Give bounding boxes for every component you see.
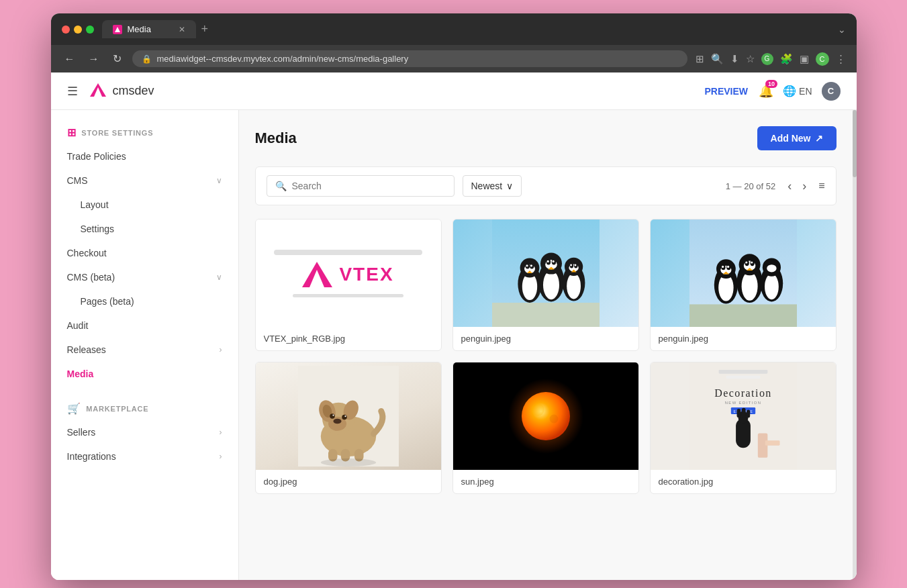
svg-rect-90 [747,410,750,418]
thumb-bar-2 [293,294,404,297]
window-controls: ⌄ [838,24,846,35]
sidebar-item-settings[interactable]: Settings [51,217,238,241]
marketplace-icon: 🛒 [67,402,81,415]
search-input[interactable] [292,181,446,191]
media-filename: dog.jpeg [264,477,433,487]
url-text: mediawidget--cmsdev.myvtex.com/admin/new… [157,54,409,64]
chevron-right-icon: › [220,428,222,437]
notification-icon[interactable]: 🔔 10 [759,84,773,99]
sidebar-item-pages-beta[interactable]: Pages (beta) [51,289,238,313]
close-button[interactable] [62,26,70,34]
media-filename: VTEX_pink_RGB.jpg [264,334,433,344]
hamburger-menu-icon[interactable]: ☰ [67,84,78,99]
add-new-button[interactable]: Add New ↗ [757,126,837,150]
svg-point-30 [570,264,572,266]
svg-rect-88 [736,409,741,418]
sort-dropdown[interactable]: Newest ∨ [463,175,522,197]
scroll-thumb[interactable] [853,110,857,177]
thumb-bar-1 [274,250,422,255]
view-toggle-button[interactable]: ≡ [818,180,824,192]
sidebar-item-cms[interactable]: CMS ∨ [51,168,238,193]
pagination-buttons: ‹ › [783,178,810,195]
minimize-button[interactable] [74,26,82,34]
media-card-sun[interactable]: sun.jpeg [452,362,639,494]
brand-name: cmsdev [113,84,154,98]
svg-point-76 [522,392,570,440]
prev-page-button[interactable]: ‹ [783,178,796,195]
media-filename: decoration.jpg [659,477,828,487]
sidebar-item-audit[interactable]: Audit [51,313,238,338]
svg-point-22 [552,260,554,262]
back-button[interactable]: ← [62,52,78,66]
user-avatar[interactable]: C [822,82,841,101]
media-filename: penguin.jpeg [659,334,828,344]
pagination-info: 1 — 20 of 52 [726,181,775,191]
dog-image [298,366,399,467]
translate-icon[interactable]: ⊞ [696,53,704,65]
reload-button[interactable]: ↻ [110,51,124,66]
media-card-decoration[interactable]: Decoration NEW EDITION EXPLORE [650,362,837,494]
sidebar-item-cms-beta[interactable]: CMS (beta) ∨ [51,265,238,289]
extension-icon[interactable]: G [761,53,773,65]
chevron-down-icon: ∨ [216,176,222,185]
download-icon[interactable]: ⬇ [730,53,739,65]
language-label: EN [799,86,812,97]
media-thumb-dog [256,362,441,470]
address-bar[interactable]: 🔒 mediawidget--cmsdev.myvtex.com/admin/n… [132,50,687,67]
browser-toolbar: ← → ↻ 🔒 mediawidget--cmsdev.myvtex.com/a… [51,45,857,72]
sidebar-item-checkout[interactable]: Checkout [51,241,238,265]
sidebar-item-sellers[interactable]: Sellers › [51,420,238,444]
scrollbar[interactable] [853,110,857,580]
svg-point-78 [549,415,558,424]
store-settings-label: ⊞ STORE SETTINGS [51,121,238,144]
language-selector[interactable]: 🌐 EN [783,85,812,97]
media-card-info: penguin.jpeg [651,327,836,350]
media-card-penguin-1[interactable]: penguin.jpeg [452,219,639,351]
new-tab-button[interactable]: + [201,22,209,36]
media-card-info: sun.jpeg [453,470,638,493]
svg-point-12 [526,264,528,266]
sidebar-item-trade-policies[interactable]: Trade Policies [51,144,238,168]
sidebar-item-releases[interactable]: Releases › [51,338,238,362]
chevron-right-icon: › [220,345,222,354]
traffic-lights [62,26,94,34]
svg-rect-81 [726,376,760,379]
maximize-button[interactable] [86,26,94,34]
chevron-right-icon: › [220,452,222,461]
puzzle-icon[interactable]: 🧩 [780,53,793,65]
media-thumb-penguin-2 [651,219,836,327]
sidebar-item-media[interactable]: Media [51,362,238,386]
forward-button[interactable]: → [86,52,102,66]
media-card-dog[interactable]: dog.jpeg [255,362,442,494]
tab-close-button[interactable]: ✕ [179,25,185,34]
svg-point-50 [745,261,747,263]
sidebar-item-layout[interactable]: Layout [51,193,238,217]
sidebar: ⊞ STORE SETTINGS Trade Policies CMS ∨ La… [51,110,239,580]
brand-logo: cmsdev [89,82,154,101]
active-tab[interactable]: Media ✕ [102,20,196,38]
svg-point-67 [342,415,347,420]
media-card-penguin-2[interactable]: penguin.jpeg [650,219,837,351]
sidebar-icon[interactable]: ▣ [800,53,809,65]
next-page-button[interactable]: › [798,178,810,195]
zoom-icon[interactable]: 🔍 [711,53,724,65]
bookmark-icon[interactable]: ☆ [746,53,755,65]
content-header: Media Add New ↗ [255,126,837,150]
penguin-image-1 [492,219,600,327]
search-wrapper[interactable]: 🔍 [267,175,455,197]
vtex-logo-thumb: VTEX [302,262,393,287]
preview-button[interactable]: PREVIEW [704,86,748,97]
media-card-info: dog.jpeg [256,470,441,493]
sidebar-item-integrations[interactable]: Integrations › [51,444,238,469]
svg-point-51 [751,261,753,263]
menu-icon[interactable]: ⋮ [836,53,846,65]
media-grid: VTEX VTEX_pink_RGB.jpg [255,219,837,494]
svg-point-73 [320,458,376,467]
svg-point-56 [767,264,776,272]
app-header: ☰ cmsdev PREVIEW 🔔 10 🌐 EN C [51,72,857,110]
media-card-vtex[interactable]: VTEX VTEX_pink_RGB.jpg [255,219,442,351]
browser-window: Media ✕ + ⌄ ← → ↻ 🔒 mediawidget--cmsdev.… [51,13,857,580]
profile-icon[interactable]: C [816,52,829,66]
svg-point-65 [333,419,341,424]
tab-bar: Media ✕ + [102,20,830,38]
